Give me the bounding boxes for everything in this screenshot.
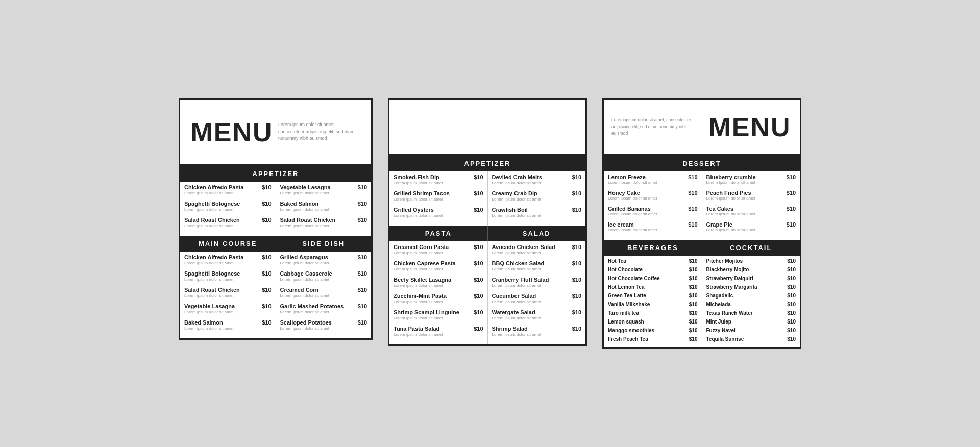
list-item: Lemon Freeze $10 Lorem ipsum dolor sit a…: [608, 174, 698, 185]
item-price: $10: [358, 217, 367, 223]
item-name: Vegetable Lasagna: [280, 184, 331, 190]
item-desc: Lorem ipsum dolor sit amet: [608, 180, 698, 185]
dessert-grid: Lemon Freeze $10 Lorem ipsum dolor sit a…: [604, 171, 800, 240]
list-item: Salad Roast Chicken $10 Lorem ipsum dolo…: [184, 217, 272, 228]
list-item: Fuzzy Navel $10: [706, 328, 796, 333]
item-name: Salad Roast Chicken: [184, 287, 240, 293]
item-name: Grilled Shrimp Tacos: [394, 190, 450, 196]
item-price: $10: [689, 310, 698, 316]
list-item: Scalloped Potatoes $10 Lorem ipsum dolor…: [280, 319, 368, 331]
item-desc: Lorem ipsum dolor sit amet: [492, 181, 582, 185]
item-desc: Lorem ipsum dolor sit amet: [184, 326, 272, 331]
item-name: Deviled Crab Melts: [492, 174, 542, 180]
appetizer-col-right-2: Deviled Crab Melts $10 Lorem ipsum dolor…: [488, 171, 586, 226]
item-price: $10: [689, 258, 698, 264]
item-price: $10: [358, 254, 367, 260]
menu-card-2: APPETIZER Smoked-Fish Dip $10 Lorem ipsu…: [388, 98, 587, 346]
item-price: $10: [474, 190, 483, 196]
list-item: Beefy Skillet Lasagna $10 Lorem ipsum do…: [394, 277, 483, 288]
beverages-label: BEVERAGES: [604, 240, 702, 256]
item-price: $10: [787, 267, 796, 272]
item-price: $10: [787, 319, 796, 325]
list-item: Baked Salmon $10 Lorem ipsum dolor sit a…: [280, 201, 368, 212]
item-price: $10: [787, 190, 796, 196]
item-desc: Lorem ipsum dolor sit amet: [184, 277, 272, 282]
main-side-grid: Chicken Alfredo Pasta $10 Lorem ipsum do…: [180, 252, 371, 338]
item-price: $10: [358, 201, 367, 207]
item-name: Manggo smoothies: [608, 328, 654, 333]
item-price: $10: [358, 303, 367, 309]
item-desc: Lorem ipsum dolor sit amet: [394, 181, 483, 185]
item-desc: Lorem ipsum dolor sit amet: [492, 332, 582, 337]
item-price: $10: [262, 319, 271, 326]
item-price: $10: [262, 287, 271, 293]
list-item: Creamed Corn Pasta $10 Lorem ipsum dolor…: [394, 244, 483, 255]
appetizer-grid-2: Smoked-Fish Dip $10 Lorem ipsum dolor si…: [389, 171, 585, 226]
item-price: $10: [474, 244, 483, 250]
list-item: BBQ Chicken Salad $10 Lorem ipsum dolor …: [492, 260, 582, 271]
item-price: $10: [787, 293, 796, 299]
item-name: Garlic Mashed Potatoes: [280, 303, 344, 309]
menu-subtitle-1: Lorem ipsum dolor sit amet, consectetuer…: [273, 121, 361, 142]
menu-header-1: MENU Lorem ipsum dolor sit amet, consect…: [180, 100, 371, 166]
list-item: Cabbage Casserole $10 Lorem ipsum dolor …: [280, 270, 368, 282]
list-item: Baked Salmon $10 Lorem ipsum dolor sit a…: [184, 319, 272, 331]
list-item: Vanilla Milkshake $10: [608, 302, 698, 307]
item-price: $10: [572, 207, 581, 213]
item-price: $10: [474, 260, 483, 266]
menus-container: MENU Lorem ipsum dolor sit amet, consect…: [179, 98, 801, 349]
item-desc: Lorem ipsum dolor sit amet: [492, 300, 582, 304]
item-name: Honey Cake: [608, 190, 640, 196]
item-desc: Lorem ipsum dolor sit amet: [492, 267, 582, 271]
item-name: Salad Roast Chicken: [280, 217, 336, 223]
item-name: Fresh Peach Tea: [608, 336, 648, 342]
list-item: Tuna Pasta Salad $10 Lorem ipsum dolor s…: [394, 326, 483, 337]
list-item: Blackberry Mojito $10: [706, 267, 796, 272]
item-price: $10: [572, 174, 581, 180]
list-item: Fresh Peach Tea $10: [608, 336, 698, 342]
list-item: Tequila Sunrise $10: [706, 336, 796, 342]
item-name: Lemon Freeze: [608, 174, 646, 180]
item-name: Baked Salmon: [280, 201, 319, 207]
item-name: Crawfish Boil: [492, 207, 528, 213]
appetizer-grid-1: Chicken Alfredo Pasta $10 Lorem ipsum do…: [180, 182, 371, 236]
list-item: Spaghetti Bolognese $10 Lorem ipsum dolo…: [184, 201, 272, 212]
item-price: $10: [689, 328, 698, 333]
list-item: Honey Cake $10 Lorem ipsum dolor sit ame…: [608, 190, 698, 201]
appetizer-header-1: APPETIZER: [180, 166, 371, 182]
list-item: Lemon squash $10: [608, 319, 698, 325]
item-desc: Lorem ipsum dolor sit amet: [492, 213, 582, 218]
list-item: Creamy Crab Dip $10 Lorem ipsum dolor si…: [492, 190, 582, 202]
item-desc: Lorem ipsum dolor sit amet: [280, 326, 368, 331]
item-name: Green Tea Latte: [608, 293, 646, 299]
list-item: Vegetable Lasagna $10 Lorem ipsum dolor …: [184, 303, 272, 314]
item-desc: Lorem ipsum dolor sit amet: [280, 277, 368, 282]
item-price: $10: [689, 302, 698, 307]
item-name: Cucumber Salad: [492, 293, 536, 299]
item-price: $10: [262, 254, 271, 260]
item-price: $10: [689, 284, 698, 290]
item-desc: Lorem ipsum dolor sit amet: [394, 316, 483, 320]
item-price: $10: [262, 270, 271, 277]
list-item: Smoked-Fish Dip $10 Lorem ipsum dolor si…: [394, 174, 483, 185]
list-item: Taro milk tea $10: [608, 310, 698, 316]
item-price: $10: [689, 319, 698, 325]
item-desc: Lorem ipsum dolor sit amet: [492, 197, 582, 202]
list-item: Zucchini-Mint Pasta $10 Lorem ipsum dolo…: [394, 293, 483, 304]
pasta-salad-grid: Creamed Corn Pasta $10 Lorem ipsum dolor…: [389, 241, 585, 344]
item-name: Lemon squash: [608, 319, 644, 325]
item-price: $10: [262, 184, 271, 190]
list-item: Watergate Salad $10 Lorem ipsum dolor si…: [492, 309, 582, 320]
item-desc: Lorem ipsum dolor sit amet: [608, 228, 698, 232]
item-name: Taro milk tea: [608, 310, 639, 316]
menu-header-3: Lorem ipsum dolor sit amet, consectetuer…: [604, 100, 800, 156]
main-side-header: MAIN COURSE SIDE DISH: [180, 236, 371, 252]
main-col: Chicken Alfredo Pasta $10 Lorem ipsum do…: [180, 252, 276, 338]
menu-subtitle-3: Lorem ipsum dolor sit amet, consectetuer…: [604, 112, 700, 141]
item-price: $10: [787, 302, 796, 307]
list-item: Avocado Chicken Salad $10 Lorem ipsum do…: [492, 244, 582, 255]
item-price: $10: [572, 309, 581, 315]
item-price: $10: [262, 303, 271, 309]
item-price: $10: [787, 328, 796, 333]
item-price: $10: [787, 221, 796, 228]
